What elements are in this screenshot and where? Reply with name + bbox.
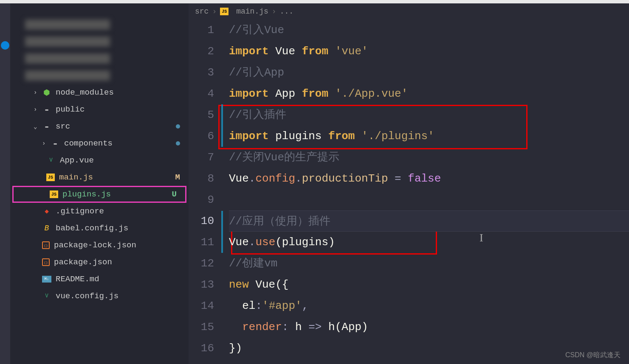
code-line[interactable]: import Vue from 'vue' <box>229 41 629 62</box>
blurred-content <box>25 70 110 81</box>
code-line[interactable]: //应用（使用）插件 <box>229 210 629 232</box>
code-line[interactable]: //引入App <box>229 62 629 83</box>
file-plugins-js[interactable]: JSplugins.jsU <box>12 186 186 203</box>
code-token: //引入插件 <box>229 109 286 121</box>
file--gitignore[interactable]: ◆.gitignore <box>10 203 189 220</box>
file-main-js[interactable]: JSmain.jsM <box>10 169 189 186</box>
code-token: 'vue' <box>328 45 368 58</box>
modified-indicator-icon <box>176 124 180 129</box>
code-token: => <box>302 321 328 333</box>
blurred-item[interactable] <box>10 16 189 33</box>
js-icon: JS <box>46 174 55 181</box>
file-package-lock-json[interactable]: {}package-lock.json <box>10 237 189 254</box>
file-babel-config-js[interactable]: Bbabel.config.js <box>10 220 189 237</box>
blurred-item[interactable] <box>10 50 189 67</box>
blurred-item[interactable] <box>10 67 189 84</box>
md-icon: M↓ <box>42 276 51 283</box>
git-status-badge: M <box>175 173 180 182</box>
code-line[interactable]: //引入Vue <box>229 20 629 41</box>
tree-item-label: App.vue <box>60 156 94 165</box>
code-token: h <box>328 321 335 333</box>
line-number: 12 <box>189 253 214 274</box>
line-number: 13 <box>189 274 214 295</box>
code-content[interactable]: I //引入Vueimport Vue from 'vue'//引入Appimp… <box>229 20 629 364</box>
file-vue-config-js[interactable]: Vvue.config.js <box>10 288 189 305</box>
code-token: './plugins' <box>355 130 434 143</box>
activity-icon[interactable] <box>1 41 9 50</box>
code-token: import <box>229 130 269 143</box>
code-token: App <box>269 87 302 100</box>
nodejs-icon: ⬢ <box>42 88 51 97</box>
code-token: plugins <box>282 236 328 249</box>
chevron-icon[interactable]: › <box>42 140 51 147</box>
breadcrumb-part[interactable]: main.js <box>236 7 268 16</box>
modified-line-indicator-icon <box>221 211 223 232</box>
babel-icon: B <box>42 224 51 233</box>
breadcrumb-part[interactable]: ... <box>280 7 293 16</box>
code-line[interactable]: //引入插件 <box>229 104 629 126</box>
chevron-icon[interactable]: › <box>34 106 42 113</box>
folder-icon: ▬ <box>42 122 51 131</box>
tree-item-label: node_modules <box>56 88 114 97</box>
code-line[interactable]: new Vue({ <box>229 274 629 295</box>
breadcrumb-part[interactable]: src <box>195 7 209 16</box>
chevron-icon[interactable]: ⌄ <box>34 123 42 130</box>
code-line[interactable]: Vue.use(plugins) <box>229 232 629 253</box>
json-icon: {} <box>42 241 50 249</box>
code-token: ( <box>275 236 282 249</box>
breadcrumb[interactable]: src › JS main.js › ... <box>189 3 629 20</box>
vue-icon: V <box>42 291 51 301</box>
code-token: . <box>295 172 302 185</box>
folder-icon: ▬ <box>51 139 60 148</box>
code-token: Vue <box>249 278 275 291</box>
code-token: //关闭Vue的生产提示 <box>229 151 339 164</box>
file-package-json[interactable]: {}package.json <box>10 254 189 271</box>
code-line[interactable]: import App from './App.vue' <box>229 83 629 104</box>
tree-item-label: plugins.js <box>62 190 111 199</box>
line-number: 3 <box>189 62 214 83</box>
git-status-badge: U <box>172 190 177 199</box>
code-line[interactable]: import plugins from './plugins' <box>229 126 629 147</box>
code-token: ) <box>361 321 368 333</box>
tree-item-label: components <box>64 139 113 148</box>
line-number: 6 <box>189 126 214 147</box>
code-token: //创建vm <box>229 257 277 270</box>
json-icon: {} <box>42 258 50 266</box>
tree-item-label: public <box>56 105 85 114</box>
code-editor[interactable]: 12345678910111213141516 I //引入Vueimport … <box>189 20 629 364</box>
file-explorer-sidebar: ›⬢node_modules›▬public⌄▬src›▬componentsV… <box>10 3 189 364</box>
folder-src[interactable]: ⌄▬src <box>10 118 189 135</box>
file-README-md[interactable]: M↓README.md <box>10 271 189 288</box>
tree-item-label: src <box>56 122 70 131</box>
watermark-text: CSDN @暗武逢天 <box>565 351 621 360</box>
code-line[interactable]: //关闭Vue的生产提示 <box>229 147 629 168</box>
code-token: App <box>341 321 361 333</box>
blurred-item[interactable] <box>10 33 189 50</box>
tree-item-label: babel.config.js <box>56 224 128 233</box>
modified-line-indicator-icon <box>221 126 223 147</box>
code-token: Vue <box>229 172 249 185</box>
modified-line-indicator-icon <box>221 232 223 253</box>
code-line[interactable] <box>229 189 629 210</box>
folder-components[interactable]: ›▬components <box>10 135 189 152</box>
folder-public[interactable]: ›▬public <box>10 101 189 118</box>
folder-node_modules[interactable]: ›⬢node_modules <box>10 84 189 101</box>
code-token: Vue <box>229 236 249 249</box>
line-number: 9 <box>189 189 214 210</box>
line-number: 15 <box>189 316 214 338</box>
code-line[interactable]: el:'#app', <box>229 295 629 316</box>
code-token: false <box>408 172 441 185</box>
code-token: : <box>282 321 295 333</box>
chevron-icon[interactable]: › <box>34 89 42 96</box>
code-token: import <box>229 87 269 100</box>
code-line[interactable]: //创建vm <box>229 253 629 274</box>
file-App-vue[interactable]: VApp.vue <box>10 152 189 169</box>
code-token: : <box>255 300 262 312</box>
folder-icon: ▬ <box>42 105 51 114</box>
code-line[interactable]: render: h => h(App) <box>229 316 629 338</box>
code-token: el <box>229 300 255 312</box>
line-number: 11 <box>189 232 214 253</box>
git-icon: ◆ <box>42 207 51 216</box>
tree-item-label: vue.config.js <box>56 291 118 301</box>
code-line[interactable]: Vue.config.productionTip = false <box>229 168 629 189</box>
